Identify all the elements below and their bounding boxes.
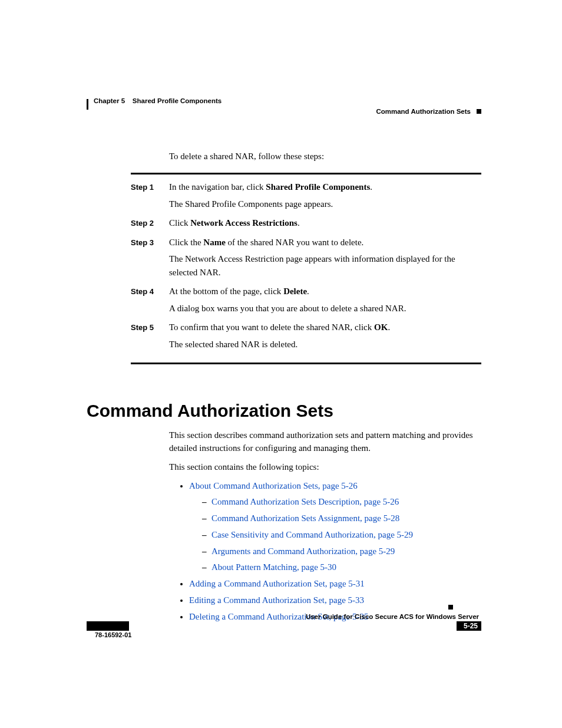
subtopic-list: Command Authorization Sets Description, … [189,496,481,574]
running-header: Chapter 5 Shared Profile Components [87,97,481,104]
step-paragraph: The Network Access Restriction page appe… [169,252,481,279]
topic-link[interactable]: About Command Authorization Sets, page 5… [189,481,358,490]
steps-top-rule-icon [131,173,481,174]
bold-term: OK [374,322,388,332]
subtopic-link[interactable]: Case Sensitivity and Command Authorizati… [211,530,413,539]
subtopic-item: Command Authorization Sets Assignment, p… [202,512,481,525]
section-heading: Command Authorization Sets [87,401,481,421]
footer-page-number: 5-25 [464,622,478,630]
topic-item: Editing a Command Authorization Set, pag… [189,594,481,607]
intro-paragraph: To delete a shared NAR, follow these ste… [169,150,481,162]
subtopic-item: Command Authorization Sets Description, … [202,496,481,509]
topic-item: About Command Authorization Sets, page 5… [189,480,481,575]
steps-bottom-rule-icon [131,363,481,364]
subtopic-link[interactable]: Arguments and Command Authorization, pag… [211,546,395,556]
footer-bar-gap [129,621,457,631]
step-paragraph: The selected shared NAR is deleted. [169,338,481,351]
step-label: Step 5 [131,321,169,354]
page-footer: User Guide for Cisco Secure ACS for Wind… [87,613,481,631]
step-row: Step 5To confirm that you want to delete… [131,321,481,354]
step-row: Step 2Click Network Access Restrictions. [131,216,481,233]
step-body: At the bottom of the page, click Delete.… [169,285,481,318]
step-paragraph: The Shared Profile Components page appea… [169,197,481,211]
subtopic-item: Arguments and Command Authorization, pag… [202,545,481,558]
footer-square-icon [448,605,453,610]
subtopic-item: Case Sensitivity and Command Authorizati… [202,529,481,542]
section-header: Command Authorization Sets [87,108,481,115]
section-intro-1: This section describes command authoriza… [169,429,481,455]
footer-doc-number: 78-16592-01 [95,631,131,638]
subtopic-link[interactable]: Command Authorization Sets Assignment, p… [211,513,399,523]
step-row: Step 1In the navigation bar, click Share… [131,180,481,214]
step-label: Step 4 [131,285,169,318]
step-row: Step 4At the bottom of the page, click D… [131,285,481,318]
footer-bar: 78-16592-01 5-25 [87,621,481,631]
subtopic-item: About Pattern Matching, page 5-30 [202,561,481,574]
step-label: Step 1 [131,180,169,214]
step-paragraph: To confirm that you want to delete the s… [169,321,481,334]
topic-item: Adding a Command Authorization Set, page… [189,578,481,591]
step-row: Step 3Click the Name of the shared NAR y… [131,236,481,283]
footer-guide-title: User Guide for Cisco Secure ACS for Wind… [87,613,481,620]
subtopic-link[interactable]: About Pattern Matching, page 5-30 [211,562,336,572]
chapter-title: Shared Profile Components [133,97,222,104]
step-paragraph: Click the Name of the shared NAR you wan… [169,236,481,249]
step-body: To confirm that you want to delete the s… [169,321,481,354]
step-body: In the navigation bar, click Shared Prof… [169,180,481,214]
document-page: Chapter 5 Shared Profile Components Comm… [87,97,481,627]
step-label: Step 3 [131,236,169,283]
step-paragraph: Click Network Access Restrictions. [169,216,481,230]
step-label: Step 2 [131,216,169,233]
bold-term: Network Access Restrictions [190,218,297,228]
step-paragraph: In the navigation bar, click Shared Prof… [169,180,481,194]
topic-link[interactable]: Editing a Command Authorization Set, pag… [189,595,364,605]
bold-term: Name [203,238,226,247]
chapter-label: Chapter 5 [94,97,125,104]
step-paragraph: A dialog box warns you that you are abou… [169,302,481,315]
topic-link[interactable]: Adding a Command Authorization Set, page… [189,579,365,588]
topic-list: About Command Authorization Sets, page 5… [169,480,481,624]
section-body: This section describes command authoriza… [169,429,481,623]
step-body: Click Network Access Restrictions. [169,216,481,233]
bold-term: Delete [283,286,307,296]
steps-list: Step 1In the navigation bar, click Share… [87,180,481,354]
step-paragraph: At the bottom of the page, click Delete. [169,285,481,298]
section-intro-2: This section contains the following topi… [169,461,481,474]
bold-term: Shared Profile Components [266,182,370,192]
subtopic-link[interactable]: Command Authorization Sets Description, … [211,497,399,506]
step-body: Click the Name of the shared NAR you wan… [169,236,481,283]
